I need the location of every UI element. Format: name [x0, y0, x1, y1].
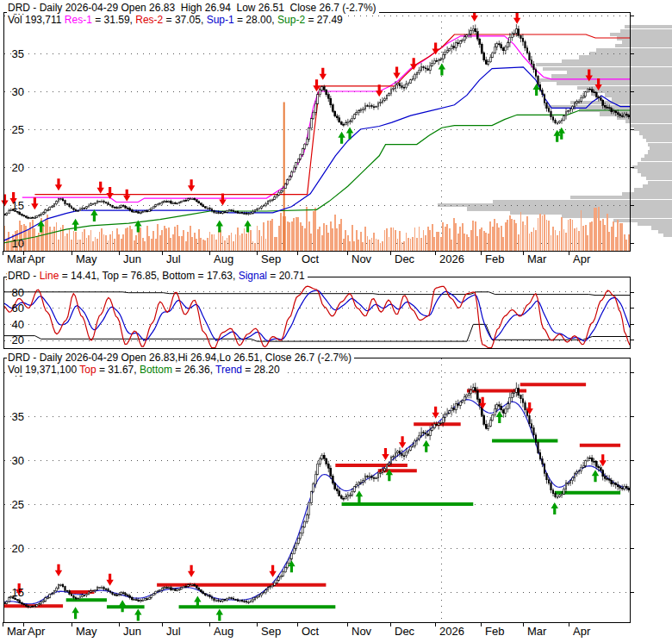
osc-band-values: Top = 76.85, Bottom = 17.63,	[103, 270, 239, 282]
bottom-label: Bottom	[140, 364, 172, 376]
x-axis-label: Mar	[527, 625, 546, 638]
volume-value: Vol 19,371,100	[8, 364, 79, 376]
x-axis-label: 2026	[439, 252, 464, 265]
top-value: = 31.67,	[96, 364, 140, 376]
sup2-value: = 27.49	[305, 14, 343, 26]
panel3-legend: Vol 19,371,100 Top = 31.67, Bottom = 26.…	[7, 365, 283, 376]
x-axis-label: Nov	[352, 252, 371, 265]
y-axis-label: 30	[12, 454, 24, 467]
osc-line-value: = 14.41,	[59, 270, 102, 282]
x-axis-label: Aug	[214, 625, 233, 638]
y-axis-label: 35	[12, 410, 24, 423]
res2-label: Res-2	[135, 14, 163, 26]
x-axis-label: Nov	[352, 625, 371, 638]
x-axis-label: Jul	[166, 625, 181, 638]
panel1-legend: Vol 193,711 Res-1 = 31.59, Res-2 = 37.05…	[7, 15, 345, 26]
volume-value: Vol 193,711	[8, 14, 65, 26]
top-label: Top	[79, 364, 96, 376]
x-axis-label: Sep	[261, 625, 281, 638]
y-axis-label: 15	[12, 586, 24, 599]
res1-label: Res-1	[65, 14, 92, 26]
sup2-label: Sup-2	[277, 14, 305, 26]
x-axis-label: Mar	[527, 252, 546, 265]
bottom-value: = 26.36,	[172, 364, 215, 376]
res1-value: = 31.59,	[92, 14, 135, 26]
x-axis-label: Sep	[261, 252, 281, 265]
x-axis-label: Dec	[395, 625, 414, 638]
x-axis-label: Feb	[485, 252, 504, 265]
x-axis-label: Apr	[573, 625, 590, 638]
x-axis-label: Jun	[123, 252, 141, 265]
panel3-x-axis: MarAprMayJunJulAugSepOctNovDec2026FebMar…	[0, 625, 672, 638]
chart-application-window: DRD - Daily 2026-04-29 Open 26.83 High 2…	[0, 0, 672, 642]
panel3-y-axis: 403530252015	[0, 0, 31, 642]
trend-value: = 28.20	[242, 364, 280, 376]
y-axis-label: 20	[12, 542, 24, 555]
sup1-value: = 28.00,	[234, 14, 277, 26]
x-axis-label: Jul	[166, 252, 181, 265]
ticker-label: DRD -	[8, 270, 40, 282]
x-axis-label: May	[76, 625, 97, 638]
trend-label: Trend	[215, 364, 242, 376]
oscillator-panel-chart[interactable]	[0, 277, 672, 354]
osc-line-label: Line	[40, 270, 59, 282]
osc-signal-label: Signal	[239, 270, 267, 282]
x-axis-label: 2026	[439, 625, 464, 638]
sup1-label: Sup-1	[207, 14, 234, 26]
panel2-legend: DRD - Line = 14.41, Top = 76.85, Bottom …	[7, 271, 308, 282]
x-axis-label: May	[76, 252, 97, 265]
price-panel-chart[interactable]	[0, 12, 672, 256]
res2-value: = 37.05,	[163, 14, 206, 26]
x-axis-label: Oct	[302, 625, 319, 638]
panel3-title: DRD - Daily 2026-04-29 Open 26.83,Hi 26.…	[7, 352, 354, 364]
x-axis-label: Oct	[302, 252, 319, 265]
x-axis-label: Dec	[395, 252, 414, 265]
panel1-title: DRD - Daily 2026-04-29 Open 26.83 High 2…	[7, 3, 379, 14]
y-axis-label: 25	[12, 498, 24, 511]
x-axis-label: Apr	[573, 252, 590, 265]
x-axis-label: Aug	[214, 252, 233, 265]
x-axis-label: Feb	[485, 625, 504, 638]
trend-panel-chart[interactable]	[0, 358, 672, 628]
panel1-x-axis: MarAprMayJunJulAugSepOctNovDec2026FebMar…	[0, 252, 672, 265]
x-axis-label: Jun	[123, 625, 141, 638]
osc-signal-value: = 20.71	[267, 270, 305, 282]
